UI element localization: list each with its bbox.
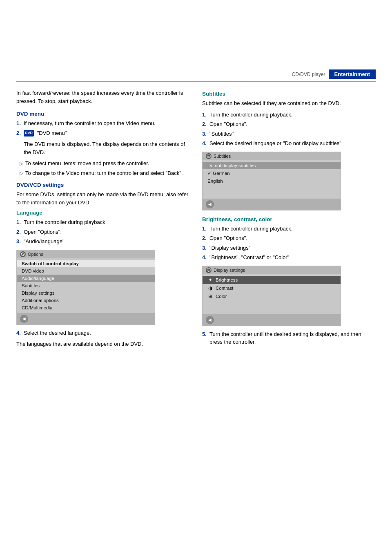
contrast-icon: ◑ (207, 285, 213, 291)
list-item: 3. "Subtitles" (202, 130, 376, 138)
subtitles-heading: Subtitles (202, 91, 376, 97)
language-note: The languages that are available depend … (16, 340, 190, 348)
display-settings-screenshot: Display settings ✦ Brightness ◑ Contrast… (202, 266, 341, 326)
right-column: Subtitles Subtitles can be selected if t… (202, 89, 376, 351)
nav-arrow-left: ◀ (20, 315, 28, 323)
list-item: 2. Open "Options". (16, 228, 190, 236)
content-area: In fast forward/reverse: the speed incre… (0, 82, 392, 351)
page-container: CD/DVD player Entertainment In fast forw… (0, 69, 392, 555)
list-item: ▷ To select menu items: move and press t… (20, 159, 190, 168)
subtitles-screenshot: Subtitles Do not display subtitles Germa… (202, 152, 341, 210)
menu-item-display-settings: Display settings (17, 289, 155, 297)
dvd-icon: DVD (24, 130, 34, 137)
screenshot-titlebar: Options (17, 250, 155, 258)
dvd-vcd-heading: DVD/VCD settings (16, 182, 190, 188)
list-item: 3. "Audio/language" (16, 237, 190, 246)
list-item: 4. Select the desired language. (16, 329, 190, 337)
dvd-menu-steps: 1. If necessary, turn the controller to … (16, 119, 190, 137)
list-item: 2. DVD "DVD menu" (16, 129, 190, 137)
screenshot-title: Subtitles (214, 154, 231, 159)
display-item-contrast: ◑ Contrast (203, 284, 341, 292)
screenshot-body: Switch off control display DVD video Aud… (17, 258, 155, 313)
language-step4: 4. Select the desired language. (16, 329, 190, 337)
list-item: 1. Turn the controller during playback. (202, 225, 376, 233)
dvd-menu-heading: DVD menu (16, 111, 190, 117)
left-column: In fast forward/reverse: the speed incre… (16, 89, 190, 351)
options-screenshot: Options Switch off control display DVD v… (16, 250, 155, 325)
menu-item-audio-language: Audio/language (17, 275, 155, 282)
screenshot-footer: ◀ (17, 313, 155, 324)
screenshot-body: ✦ Brightness ◑ Contrast ⊞ Color (203, 274, 341, 314)
menu-item-cd-multimedia: CD/Multimedia (17, 304, 155, 311)
list-item: ▷ To change to the Video menu: turn the … (20, 169, 190, 177)
list-item: 2. Open "Options". (202, 234, 376, 242)
options-icon (20, 251, 26, 257)
subtitles-steps: 1. Turn the controller during playback. … (202, 111, 376, 148)
subtitles-icon (206, 153, 212, 159)
display-item-brightness: ✦ Brightness (203, 276, 341, 284)
dvd-menu-note: The DVD menu is displayed. The display d… (16, 140, 190, 156)
header-title: Entertainment (329, 69, 376, 79)
screenshot-titlebar: Subtitles (203, 152, 341, 160)
dvd-vcd-intro: For some DVDs, settings can only be made… (16, 190, 190, 206)
screenshot-title: Display settings (214, 268, 245, 273)
svg-rect-4 (207, 269, 210, 271)
menu-item-subtitles: Subtitles (17, 282, 155, 289)
menu-item-german: German (203, 169, 341, 177)
language-steps: 1. Turn the controller during playback. … (16, 218, 190, 246)
list-item: 3. "Display settings" (202, 244, 376, 252)
nav-arrow-left: ◀ (206, 200, 214, 208)
list-item: 4. "Brightness", "Contrast" or "Color" (202, 253, 376, 262)
screenshot-footer: ◀ (203, 314, 341, 326)
screenshot-body: Do not display subtitles German English (203, 160, 341, 199)
language-heading: Language (16, 210, 190, 216)
header-section-label: CD/DVD player (292, 72, 325, 77)
screenshot-footer: ◀ (203, 199, 341, 210)
brightness-steps: 1. Turn the controller during playback. … (202, 225, 376, 262)
nav-arrow-left: ◀ (206, 316, 214, 324)
brightness-step5: 5. Turn the controller until the desired… (202, 330, 376, 346)
list-item: 2. Open "Options". (202, 120, 376, 128)
brightness-icon: ✦ (207, 277, 213, 283)
display-icon (206, 267, 212, 273)
display-item-color: ⊞ Color (203, 292, 341, 300)
menu-item-switch-off: Switch off control display (17, 260, 155, 267)
screenshot-titlebar: Display settings (203, 266, 341, 274)
brightness-heading: Brightness, contrast, color (202, 216, 376, 222)
header-bar: CD/DVD player Entertainment (0, 69, 392, 79)
subtitles-intro: Subtitles can be selected if they are co… (202, 99, 376, 107)
screenshot-title: Options (28, 252, 43, 257)
color-icon: ⊞ (207, 293, 213, 299)
list-item: 4. Select the desired language or "Do no… (202, 139, 376, 148)
list-item: 1. If necessary, turn the controller to … (16, 119, 190, 128)
menu-item-no-subtitles: Do not display subtitles (203, 162, 341, 169)
intro-paragraph: In fast forward/reverse: the speed incre… (16, 89, 190, 105)
list-item: 1. Turn the controller during playback. (202, 111, 376, 119)
list-item: 5. Turn the controller until the desired… (202, 330, 376, 346)
menu-item-additional-options: Additional options (17, 297, 155, 304)
dvd-menu-arrows: ▷ To select menu items: move and press t… (16, 159, 190, 177)
menu-item-dvd-video: DVD video (17, 267, 155, 275)
menu-item-english: English (203, 177, 341, 185)
list-item: 1. Turn the controller during playback. (16, 218, 190, 226)
